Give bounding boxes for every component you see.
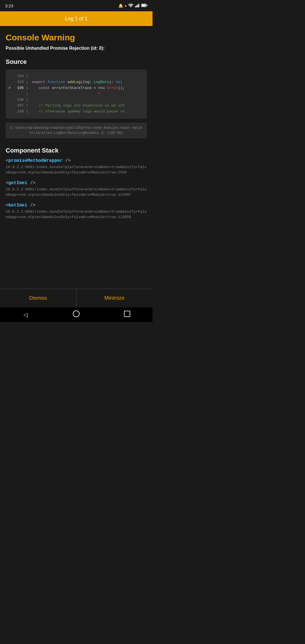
home-icon xyxy=(73,310,80,319)
active-marker-194 xyxy=(8,79,12,85)
log-header-text: Log 1 of 1 xyxy=(65,16,88,22)
stack-item-3: <GetImei /> 10.0.2.2:8081/index.bundle?p… xyxy=(6,203,147,220)
code-line-193: 193 | xyxy=(8,73,144,79)
active-marker-196 xyxy=(8,97,12,103)
code-new-195: new xyxy=(98,85,105,91)
stack-item-1: <promiseMethodWrapper /> 10.0.2.2:8081/i… xyxy=(6,158,147,175)
code-line-caret: | ^ xyxy=(8,91,144,97)
code-logdata-194: LogData xyxy=(94,79,109,85)
code-content-194a xyxy=(30,79,32,85)
battery-icon xyxy=(141,4,147,8)
stack-tag-bracket-close-3: /> xyxy=(27,203,36,208)
console-warning-subtitle: Possible Unhandled Promise Rejection (id… xyxy=(6,45,147,51)
svg-rect-0 xyxy=(135,6,136,7)
stack-tag-name-3: GetImei xyxy=(8,203,27,208)
code-line-198: 198 | // otherwise spammy logs would pau… xyxy=(8,109,144,115)
code-addlog-194: addLog xyxy=(67,79,80,85)
stack-url-1: 10.0.2.2:8081/index.bundle?platform=andr… xyxy=(6,164,147,175)
line-num-194: 194 xyxy=(14,79,24,85)
line-num-197: 197 xyxy=(14,103,24,109)
nav-home-button[interactable] xyxy=(68,309,85,320)
dot-icon: ● xyxy=(125,4,127,7)
active-marker-197 xyxy=(8,103,12,109)
line-num-195: 195 xyxy=(14,85,24,91)
line-pipe-197: | xyxy=(26,103,28,109)
recents-icon xyxy=(124,311,130,319)
file-path: C:\Users\hp\Desktop\reactproject\OtpTest… xyxy=(6,123,147,138)
stack-tag-bracket-close-2: /> xyxy=(27,180,36,186)
line-num-caret xyxy=(14,91,24,97)
line-pipe-195: | xyxy=(26,85,28,91)
stack-tag-bracket-open-1: < xyxy=(6,158,8,163)
line-pipe-198: | xyxy=(26,109,28,115)
line-num-193: 193 xyxy=(14,73,24,79)
nav-recents-button[interactable] xyxy=(119,309,136,320)
wifi-icon xyxy=(128,3,133,8)
line-pipe-caret: | xyxy=(26,91,28,97)
code-function-194: function xyxy=(47,79,65,85)
code-comment-197: // Parsing logs are expensive so we sch xyxy=(30,103,125,109)
svg-rect-6 xyxy=(147,5,147,6)
source-section-header: Source xyxy=(6,58,147,66)
active-marker-195: > xyxy=(8,85,12,91)
stack-tag-bracket-open-2: < xyxy=(6,180,8,186)
stack-tag-bracket-close-1: /> xyxy=(63,158,71,163)
code-caret: ^ xyxy=(98,91,101,97)
console-warning-title: Console Warning xyxy=(6,33,147,42)
signal-icon xyxy=(135,3,140,8)
stack-item-2: <getImei /> 10.0.2.2:8081/index.bundle?p… xyxy=(6,180,147,198)
stack-tag-2: <getImei /> xyxy=(6,180,147,186)
code-line-196: 196 | xyxy=(8,97,144,103)
status-time: 3:23 xyxy=(5,3,13,8)
active-marker-caret xyxy=(8,91,12,97)
status-bar: 3:23 🔔 ● xyxy=(0,0,152,11)
code-line-197: 197 | // Parsing logs are expensive so w… xyxy=(8,103,144,109)
stack-tag-bracket-open-3: < xyxy=(6,203,8,208)
stack-tag-name-2: getImei xyxy=(8,180,27,186)
component-stack-section: Component Stack <promiseMethodWrapper />… xyxy=(6,147,147,220)
code-line-194: 194 | export function addLog (log: LogDa… xyxy=(8,79,144,85)
code-void-194: voi xyxy=(116,79,122,85)
line-num-198: 198 xyxy=(14,109,24,115)
stack-tag-3: <GetImei /> xyxy=(6,203,147,208)
active-marker-193 xyxy=(8,73,12,79)
stack-url-3: 10.0.2.2:8081/index.bundle?platform=andr… xyxy=(6,209,147,220)
line-pipe-193: | xyxy=(26,73,28,79)
code-error-195: Error xyxy=(107,85,118,91)
active-marker-198 xyxy=(8,109,12,115)
svg-rect-5 xyxy=(142,4,146,6)
component-stack-header: Component Stack xyxy=(6,147,147,154)
code-comment-198: // otherwise spammy logs would pause re xyxy=(30,109,125,115)
code-export-194: export xyxy=(32,79,45,85)
svg-rect-1 xyxy=(136,5,137,7)
log-header-bar: Log 1 of 1 xyxy=(0,11,152,26)
stack-tag-1: <promiseMethodWrapper /> xyxy=(6,158,147,163)
svg-rect-3 xyxy=(138,4,139,7)
line-num-196: 196 xyxy=(14,97,24,103)
stack-tag-name-1: promiseMethodWrapper xyxy=(8,158,63,163)
code-line-195: > 195 | const errorForStackTrace = new E… xyxy=(8,85,144,91)
nav-back-button[interactable] xyxy=(17,309,34,320)
back-icon xyxy=(23,311,28,318)
status-icons: 🔔 ● xyxy=(118,3,147,8)
source-code-block: 193 | 194 | export function addLog (log:… xyxy=(6,69,147,119)
bottom-buttons: Dismiss Minimize xyxy=(0,289,152,307)
line-pipe-194: | xyxy=(26,79,28,85)
code-const-195: const xyxy=(39,85,50,91)
minimize-button[interactable]: Minimize xyxy=(77,289,153,307)
notification-icon: 🔔 xyxy=(118,3,123,8)
svg-rect-2 xyxy=(137,5,138,7)
stack-url-2: 10.0.2.2:8081/index.bundle?platform=andr… xyxy=(6,187,147,198)
main-content: Console Warning Possible Unhandled Promi… xyxy=(0,26,152,289)
navigation-bar xyxy=(0,307,152,322)
dismiss-button[interactable]: Dismiss xyxy=(0,289,77,307)
line-pipe-196: | xyxy=(26,97,28,103)
